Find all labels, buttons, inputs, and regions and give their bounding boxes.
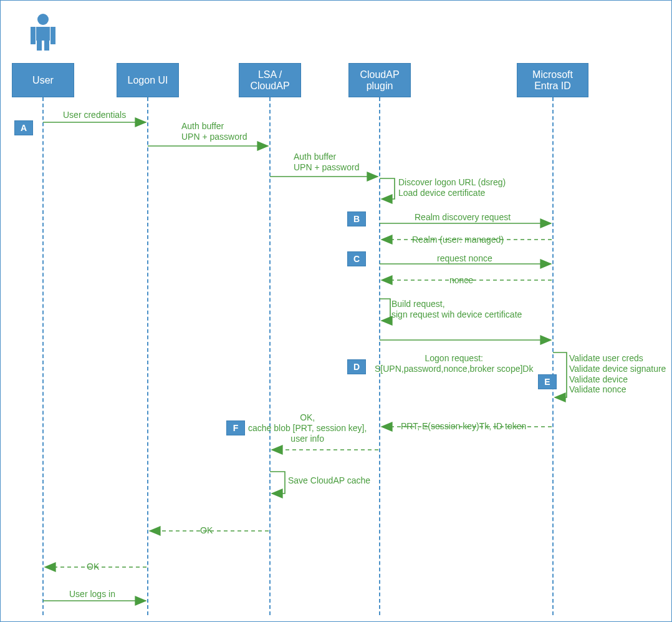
- msg-realm-resp: Realm (user: managed): [412, 235, 504, 245]
- svg-rect-4: [37, 41, 42, 51]
- svg-point-0: [37, 14, 49, 25]
- step-label: B: [353, 214, 360, 224]
- msg-prt-resp: PRT, E(session key)Tk, ID token: [401, 421, 526, 432]
- step-label: F: [233, 423, 239, 433]
- msg-ok1: OK: [200, 525, 213, 536]
- svg-rect-3: [50, 27, 55, 44]
- step-badge-a: A: [14, 120, 33, 135]
- msg-build-sign: Build request, sign request wih device c…: [391, 299, 522, 320]
- user-icon: [31, 13, 55, 51]
- lifeline-entra: [552, 97, 554, 615]
- msg-logs-in: User logs in: [69, 589, 115, 600]
- lifeline-logonui: [147, 97, 148, 615]
- svg-rect-5: [44, 41, 49, 51]
- msg-user-credentials: User credentials: [63, 110, 126, 120]
- msg-auth-buffer-2: Auth buffer UPN + password: [294, 152, 359, 173]
- msg-req-nonce: request nonce: [437, 253, 492, 264]
- participant-label: Microsoft Entra ID: [520, 69, 585, 92]
- msg-nonce: nonce: [449, 275, 473, 286]
- step-badge-e: E: [538, 374, 557, 389]
- msg-realm-req: Realm discovery request: [415, 212, 511, 223]
- msg-logon-req: Logon request: S[UPN,password,nonce,brok…: [375, 353, 533, 374]
- msg-auth-buffer-1: Auth buffer UPN + password: [181, 121, 247, 142]
- participant-lsa: LSA / CloudAP: [239, 63, 301, 97]
- step-label: A: [21, 123, 27, 133]
- step-label: C: [353, 254, 360, 264]
- msg-validate: Validate user creds Validate device sign…: [569, 353, 666, 395]
- step-badge-d: D: [347, 359, 366, 374]
- svg-rect-2: [31, 27, 36, 44]
- participant-entra: Microsoft Entra ID: [517, 63, 588, 97]
- step-badge-b: B: [347, 211, 366, 226]
- msg-ok2: OK: [87, 561, 99, 572]
- sequence-diagram: User Logon UI LSA / CloudAP CloudAP plug…: [0, 0, 672, 622]
- participant-label: CloudAP plugin: [352, 69, 408, 92]
- lifeline-lsa: [269, 97, 271, 615]
- lifeline-user: [42, 97, 44, 615]
- svg-rect-1: [36, 27, 50, 41]
- participant-label: Logon UI: [128, 75, 168, 86]
- step-badge-f: F: [226, 420, 245, 435]
- participant-logonui: Logon UI: [117, 63, 179, 97]
- step-badge-c: C: [347, 251, 366, 266]
- msg-discover: Discover logon URL (dsreg) Load device c…: [398, 177, 506, 198]
- participant-user: User: [12, 63, 74, 97]
- msg-cache-blob: OK, cache blob [PRT, session key], user …: [248, 412, 367, 444]
- participant-label: LSA / CloudAP: [242, 69, 298, 92]
- participant-label: User: [32, 75, 54, 86]
- step-label: E: [544, 377, 550, 387]
- participant-plugin: CloudAP plugin: [348, 63, 411, 97]
- step-label: D: [353, 362, 360, 372]
- msg-save-cache: Save CloudAP cache: [288, 475, 370, 486]
